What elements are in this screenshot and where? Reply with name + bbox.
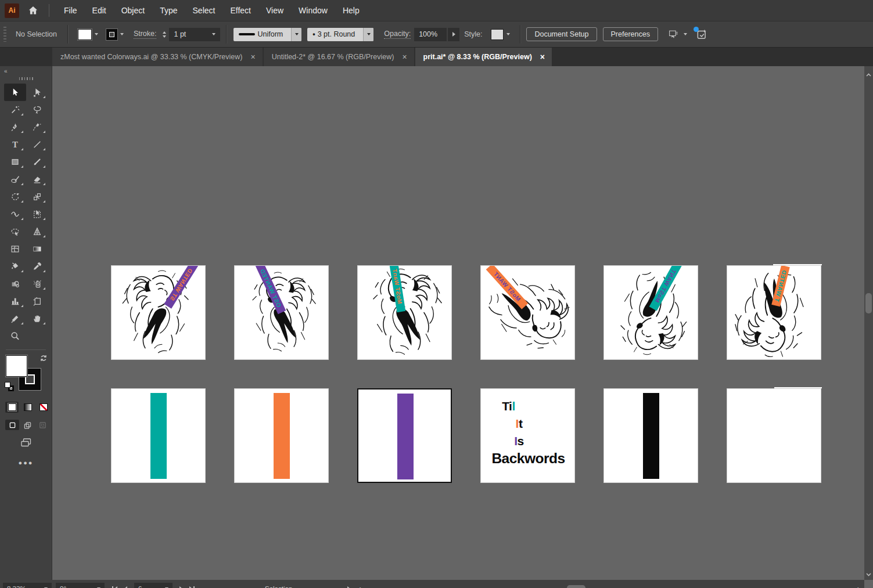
share-document-icon[interactable] xyxy=(694,27,709,41)
mesh-tool[interactable] xyxy=(4,240,26,258)
gradient-tool[interactable] xyxy=(26,240,48,258)
document-tab-1[interactable]: zMost wanted Colorways.ai @ 33.33 % (CMY… xyxy=(52,48,263,66)
artboard-2[interactable]: OST WANTED xyxy=(234,265,329,360)
collapse-panel-icon[interactable]: « xyxy=(4,68,52,74)
status-expand-icon[interactable] xyxy=(347,586,350,588)
chevron-down-icon[interactable] xyxy=(212,33,215,35)
zoom-tool[interactable] xyxy=(4,327,26,345)
stroke-panel-link[interactable]: Stroke: xyxy=(134,30,157,39)
width-profile-select[interactable]: Uniform xyxy=(233,28,301,41)
perspective-grid-tool[interactable] xyxy=(26,223,48,240)
menu-edit[interactable]: Edit xyxy=(85,6,114,15)
fill-color-control[interactable] xyxy=(74,26,102,42)
horizontal-scrollbar[interactable]: ‹ › xyxy=(356,583,862,588)
type-tool[interactable]: T xyxy=(4,136,26,153)
menu-help[interactable]: Help xyxy=(335,6,367,15)
artboard-10[interactable]: TilItIsBackwords xyxy=(480,388,575,483)
tab-close-icon[interactable]: × xyxy=(540,52,545,62)
shaper-tool[interactable] xyxy=(4,171,26,188)
edit-toolbar-button[interactable]: ●●● xyxy=(0,459,52,466)
shape-builder-tool[interactable] xyxy=(4,223,26,240)
first-artboard-button[interactable] xyxy=(109,586,121,588)
stray-line[interactable] xyxy=(774,387,822,388)
artboard-6[interactable]: T WANTED xyxy=(727,265,821,360)
swap-fill-stroke-icon[interactable] xyxy=(39,354,48,365)
panel-grip[interactable] xyxy=(3,27,6,42)
gradient-button[interactable] xyxy=(21,402,34,413)
panel-drag-handle[interactable] xyxy=(0,77,52,80)
arrange-documents-icon[interactable] xyxy=(666,27,681,41)
change-screen-mode-button[interactable] xyxy=(20,438,32,450)
stray-line[interactable] xyxy=(773,264,822,265)
menu-select[interactable]: Select xyxy=(185,6,223,15)
artboard-7[interactable] xyxy=(111,388,206,483)
draw-behind-button[interactable] xyxy=(20,420,34,430)
scale-tool[interactable] xyxy=(26,188,48,205)
width-tool[interactable] xyxy=(4,205,26,223)
stroke-color-control[interactable] xyxy=(102,26,128,42)
document-tab-3[interactable]: prit.ai* @ 8.33 % (RGB/Preview)× xyxy=(415,48,552,66)
brush-definition-select[interactable]: • 3 pt. Round xyxy=(307,28,373,41)
artboard-tool[interactable] xyxy=(26,293,48,310)
artboard-8[interactable] xyxy=(234,388,329,483)
symbol-sprayer-tool[interactable] xyxy=(26,275,48,293)
slice-tool[interactable] xyxy=(4,310,26,327)
artboard-3[interactable]: MoST WanT xyxy=(357,265,452,360)
chevron-down-icon[interactable] xyxy=(506,33,510,35)
menu-type[interactable]: Type xyxy=(152,6,185,15)
eraser-tool[interactable] xyxy=(26,171,48,188)
scroll-down-icon[interactable] xyxy=(864,571,873,579)
scroll-right-icon[interactable]: › xyxy=(855,584,862,588)
opacity-panel-link[interactable]: Opacity: xyxy=(384,30,411,39)
direct-selection-tool[interactable] xyxy=(26,84,48,101)
zoom-level-select[interactable]: 8.33% xyxy=(3,583,52,588)
pen-tool[interactable] xyxy=(4,118,26,136)
paintbrush-tool[interactable] xyxy=(26,153,48,171)
horizontal-scroll-thumb[interactable] xyxy=(567,585,585,588)
chevron-down-icon[interactable] xyxy=(95,33,98,35)
opacity-expand-button[interactable] xyxy=(448,28,459,41)
color-bar[interactable] xyxy=(150,393,167,479)
opacity-input[interactable]: 100% xyxy=(414,28,447,41)
menu-object[interactable]: Object xyxy=(114,6,152,15)
style-swatch[interactable] xyxy=(491,29,504,40)
stroke-swatch[interactable] xyxy=(106,29,117,40)
menu-view[interactable]: View xyxy=(258,6,291,15)
document-setup-button[interactable]: Document Setup xyxy=(526,27,597,41)
live-paint-bucket-tool[interactable] xyxy=(4,258,26,275)
menu-window[interactable]: Window xyxy=(291,6,335,15)
line-segment-tool[interactable] xyxy=(26,136,48,153)
live-paint-selection-tool[interactable] xyxy=(4,275,26,293)
chevron-down-icon[interactable] xyxy=(291,28,301,41)
curvature-tool[interactable] xyxy=(26,118,48,136)
fill-swatch[interactable] xyxy=(6,355,27,377)
artboard-1[interactable]: ST WANTED xyxy=(111,265,206,360)
preferences-button[interactable]: Preferences xyxy=(603,27,658,41)
last-artboard-button[interactable] xyxy=(186,586,198,588)
horizontal-scroll-track[interactable] xyxy=(364,585,855,588)
chevron-down-icon[interactable] xyxy=(363,28,373,41)
color-button[interactable] xyxy=(5,402,19,413)
default-fill-stroke-icon[interactable] xyxy=(5,382,15,392)
none-button[interactable] xyxy=(37,402,50,413)
rectangle-tool[interactable] xyxy=(4,153,26,171)
chevron-down-icon[interactable] xyxy=(120,33,124,35)
canvas[interactable]: ST WANTEDOST WANTEDMoST WanTMoST WANTMoS… xyxy=(52,66,873,588)
rotate-tool[interactable] xyxy=(4,188,26,205)
color-bar[interactable] xyxy=(643,393,659,479)
artboard-12[interactable] xyxy=(727,388,821,483)
document-tab-2[interactable]: Untitled-2* @ 16.67 % (RGB/Preview)× xyxy=(264,48,414,66)
fill-swatch[interactable] xyxy=(78,29,92,40)
selection-tool[interactable] xyxy=(4,84,26,101)
menu-file[interactable]: File xyxy=(56,6,85,15)
stroke-weight-stepper[interactable] xyxy=(163,31,166,38)
vertical-scrollbar[interactable] xyxy=(864,66,873,580)
scroll-left-icon[interactable]: ‹ xyxy=(356,584,363,588)
scroll-up-icon[interactable] xyxy=(864,71,873,79)
color-bar[interactable] xyxy=(274,393,290,479)
chevron-down-icon[interactable] xyxy=(684,33,687,35)
lasso-tool[interactable] xyxy=(26,101,48,118)
tab-close-icon[interactable]: × xyxy=(251,52,256,62)
free-transform-tool[interactable] xyxy=(26,205,48,223)
menu-effect[interactable]: Effect xyxy=(222,6,258,15)
